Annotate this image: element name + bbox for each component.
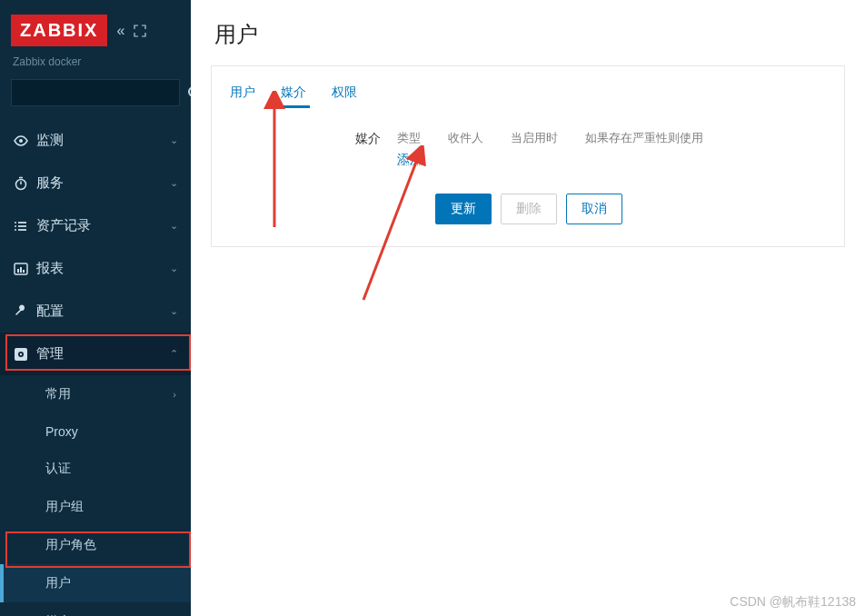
svg-point-18 — [20, 353, 22, 354]
chevron-down-icon: ⌄ — [170, 134, 178, 146]
hdr-when-active: 当启用时 — [511, 130, 558, 146]
hdr-recipient: 收件人 — [448, 130, 483, 146]
gear-icon — [13, 346, 36, 363]
stopwatch-icon — [13, 175, 36, 192]
media-table: 类型 收件人 当启用时 如果存在严重性则使用 添加 — [397, 130, 703, 168]
sub-label: 认证 — [45, 461, 71, 477]
media-row: 媒介 类型 收件人 当启用时 如果存在严重性则使用 添加 — [355, 130, 828, 168]
nav-item-config[interactable]: 配置 ⌄ — [0, 290, 191, 333]
update-button[interactable]: 更新 — [435, 194, 492, 224]
sub-item-user[interactable]: 用户 — [0, 564, 191, 602]
chevron-down-icon: ⌄ — [170, 305, 178, 317]
sub-label: 常用 — [45, 386, 71, 402]
main-content: 用户 用户 媒介 权限 媒介 类型 收件人 当启用时 如果存在严重性则使用 添加 — [191, 0, 865, 616]
tab-media[interactable]: 媒介 — [279, 81, 308, 108]
media-headers: 类型 收件人 当启用时 如果存在严重性则使用 — [397, 130, 703, 150]
tabs: 用户 媒介 权限 — [228, 81, 828, 108]
list-icon — [13, 218, 36, 234]
wrench-icon — [13, 303, 36, 320]
collapse-icon[interactable]: « — [116, 23, 124, 39]
chevron-down-icon: ⌄ — [170, 177, 178, 189]
hdr-type: 类型 — [397, 130, 421, 146]
nav-label: 资产记录 — [36, 217, 170, 234]
hdr-severity: 如果存在严重性则使用 — [585, 130, 703, 146]
nav-label: 监测 — [36, 132, 170, 149]
media-label: 媒介 — [355, 130, 381, 147]
search-input[interactable] — [12, 80, 180, 105]
sidebar: ZABBIX « Zabbix docker 监测 ⌄ 服务 ⌄ 资产记录 ⌄ — [0, 0, 191, 616]
sub-label: Proxy — [45, 424, 78, 439]
nav-item-monitor[interactable]: 监测 ⌄ — [0, 119, 191, 162]
add-link[interactable]: 添加 — [397, 150, 423, 168]
sub-item-proxy[interactable]: Proxy — [0, 413, 191, 450]
nav-label: 配置 — [36, 303, 170, 320]
search-box[interactable] — [11, 79, 180, 106]
chevron-down-icon: ⌄ — [170, 263, 178, 274]
brand-logo: ZABBIX — [11, 15, 107, 46]
svg-point-9 — [15, 222, 16, 224]
content-panel: 用户 媒介 权限 媒介 类型 收件人 当启用时 如果存在严重性则使用 添加 更新 — [211, 65, 845, 247]
nav-label: 服务 — [36, 174, 170, 192]
sub-item-userrole[interactable]: 用户角色 — [0, 526, 191, 564]
nav-item-inventory[interactable]: 资产记录 ⌄ — [0, 204, 191, 247]
nav-item-admin[interactable]: 管理 ⌃ — [0, 333, 191, 375]
nav-item-reports[interactable]: 报表 ⌄ — [0, 247, 191, 290]
svg-rect-13 — [17, 269, 19, 273]
fullscreen-icon[interactable] — [134, 25, 146, 37]
chart-icon — [13, 261, 36, 277]
svg-rect-14 — [20, 267, 22, 273]
cancel-button[interactable]: 取消 — [566, 194, 622, 224]
watermark: CSDN @帆布鞋12138 — [730, 594, 856, 611]
sub-item-auth[interactable]: 认证 — [0, 450, 191, 488]
nav-item-services[interactable]: 服务 ⌄ — [0, 162, 191, 204]
sub-item-usergroup[interactable]: 用户组 — [0, 488, 191, 526]
tab-user[interactable]: 用户 — [228, 81, 257, 108]
chevron-up-icon: ⌃ — [170, 348, 178, 360]
brand-subtitle: Zabbix docker — [0, 52, 191, 79]
button-row: 更新 删除 取消 — [435, 194, 828, 224]
sub-item-media[interactable]: 媒介 — [0, 602, 191, 616]
sub-item-general[interactable]: 常用 › — [0, 375, 191, 413]
svg-rect-15 — [23, 270, 25, 273]
sidebar-header: ZABBIX « — [0, 7, 191, 52]
nav-label: 报表 — [36, 260, 170, 277]
sub-label: 用户 — [45, 575, 71, 591]
sub-label: 用户组 — [45, 499, 84, 515]
svg-point-2 — [19, 139, 23, 143]
chevron-right-icon: › — [173, 389, 176, 400]
tab-permissions[interactable]: 权限 — [330, 81, 359, 108]
page-title: 用户 — [191, 0, 865, 65]
svg-point-11 — [15, 229, 16, 231]
chevron-down-icon: ⌄ — [170, 220, 178, 232]
sub-label: 用户角色 — [45, 537, 96, 553]
eye-icon — [13, 133, 36, 149]
svg-point-10 — [15, 225, 16, 227]
delete-button: 删除 — [501, 194, 557, 224]
nav-label: 管理 — [36, 345, 170, 363]
